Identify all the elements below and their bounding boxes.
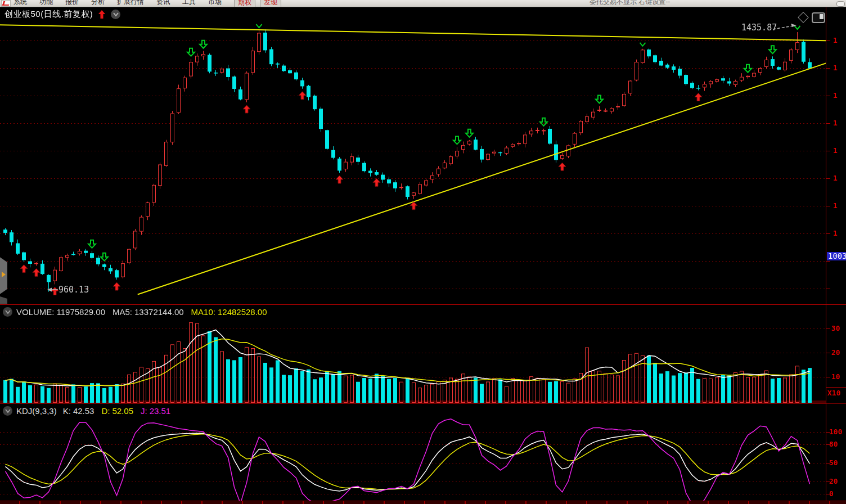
time-axis-strip [0, 501, 846, 504]
chevron-down-icon [4, 409, 11, 413]
axis-tick [826, 96, 830, 96]
collapse-volume-button[interactable] [3, 307, 12, 317]
price-axis-line [826, 7, 826, 501]
axis-tick-label: 30 [831, 324, 840, 332]
low-price-annotation: 960.13 [47, 285, 89, 295]
j-label: J: [141, 406, 147, 416]
menu-note: 委托交易不显示 右键设置-- [590, 0, 670, 7]
axis-tick [826, 178, 830, 179]
axis-tick-label: 1 [833, 201, 838, 210]
chart-title: 创业板50(日线.前复权) [4, 9, 93, 20]
axis-tick-label: 80 [829, 440, 838, 448]
k-label: K: [63, 406, 71, 416]
price-level-badge: 1003 [827, 252, 846, 260]
volume-axis-unit: X10 [827, 389, 840, 397]
volume-canvas[interactable] [0, 318, 826, 403]
up-arrow-icon [98, 10, 106, 19]
ma10-label: MA10: [191, 307, 215, 317]
axis-tick [826, 261, 830, 262]
peak-arrow-icon [772, 22, 799, 32]
ma5-value: 13372144.00 [134, 307, 184, 317]
kdj-canvas[interactable] [0, 416, 826, 504]
j-value: 23.51 [150, 406, 171, 416]
kdj-label: KDJ(9,3,3) [16, 406, 57, 416]
axis-tick-label: 1 [833, 146, 838, 155]
axis-tick [826, 40, 830, 41]
axis-tick-label: 1 [833, 64, 838, 72]
menu-scroll-pill[interactable] [836, 1, 845, 7]
axis-tick-label: 50 [829, 458, 838, 467]
volume-header: VOLUME: 11975829.00 MA5: 13372144.00 MA1… [3, 307, 267, 317]
menu-item[interactable]: 工具 [182, 0, 196, 7]
axis-tick-label: 1 [833, 229, 838, 237]
sidebar-handle[interactable] [0, 256, 7, 295]
axis-tick-label: 20 [831, 348, 840, 357]
axis-tick-label: 1 [833, 36, 838, 44]
axis-tick [826, 377, 830, 377]
chevron-down-icon [112, 12, 119, 17]
axis-tick-label: 0 [829, 489, 834, 498]
axis-tick-label: 1 [833, 119, 838, 127]
d-value: 52.05 [112, 406, 133, 416]
axis-tick [826, 151, 830, 151]
chevron-down-icon [4, 310, 11, 314]
kdj-header: KDJ(9,3,3) K: 42.53 D: 52.05 J: 23.51 [3, 406, 170, 416]
axis-tick [826, 328, 830, 329]
menu-item[interactable]: 扩展行情 [117, 0, 144, 7]
axis-tick [826, 289, 830, 289]
side-panel-icon[interactable] [812, 12, 825, 23]
axis-tick-label: 20 [829, 477, 838, 485]
menu-item[interactable]: 报价 [65, 0, 79, 7]
app-logo-icon[interactable] [1, 0, 11, 7]
menu-item[interactable]: 资讯 [156, 0, 170, 7]
volume-value: 11975829.00 [57, 307, 105, 317]
k-value: 42.53 [73, 406, 94, 416]
axis-tick [826, 206, 830, 206]
collapse-main-button[interactable] [111, 10, 120, 19]
low-price-label: 960.13 [58, 285, 89, 295]
ma5-label: MA5: [112, 307, 132, 317]
axis-tick [826, 68, 830, 69]
axis-tick-label: 1 [833, 91, 838, 100]
volume-label: VOLUME: [16, 307, 55, 317]
menu-item[interactable]: 分析 [91, 0, 105, 7]
menu-item[interactable]: 市场 [208, 0, 222, 7]
pane-separator [0, 403, 846, 404]
axis-tick [826, 123, 830, 124]
collapse-kdj-button[interactable] [3, 406, 12, 416]
candlestick-canvas[interactable] [0, 7, 826, 305]
axis-tick [826, 233, 830, 234]
pane-separator [0, 304, 846, 305]
app-window: 系统功能报价分析扩展行情资讯工具市场期权发现 委托交易不显示 右键设置-- 创业… [0, 0, 846, 504]
axis-tick-label: 10 [831, 372, 840, 381]
axis-tick [826, 353, 830, 353]
ma10-value: 12482528.00 [218, 307, 267, 317]
axis-tick-label: 100 [829, 428, 842, 436]
left-arrow-icon [47, 286, 58, 293]
volume-unit-separator [826, 387, 846, 388]
d-label: D: [101, 406, 110, 416]
axis-tick-label: 1 [833, 174, 838, 182]
menu-item[interactable]: 功能 [39, 0, 53, 7]
menu-item[interactable]: 系统 [14, 0, 27, 7]
